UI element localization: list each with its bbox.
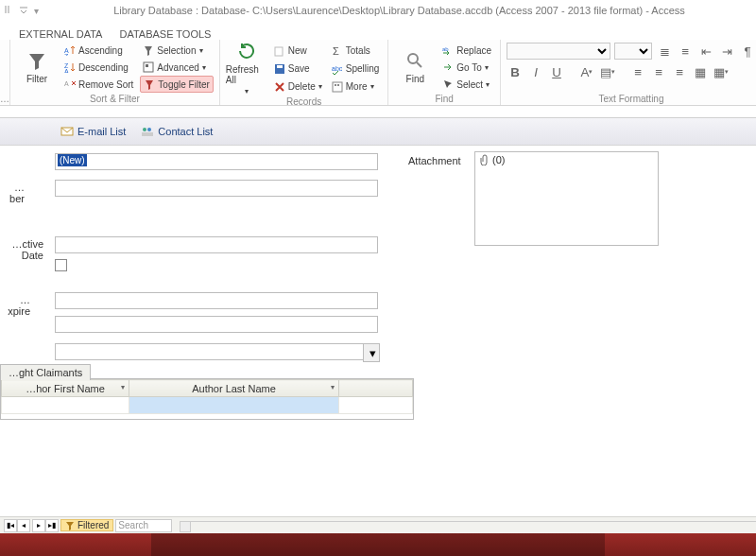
nav-prev-button[interactable]: ◂ [17, 519, 30, 532]
new-record[interactable]: New [271, 43, 325, 60]
col-blank[interactable] [339, 380, 413, 397]
goto-icon [442, 61, 454, 73]
remove-sort[interactable]: A Remove Sort [61, 76, 136, 93]
svg-rect-9 [277, 65, 283, 68]
chevron-down-icon[interactable]: ▾ [121, 383, 125, 391]
group-records: Refresh All▾ New Save Delete▾ Σ [220, 40, 389, 105]
svg-rect-7 [275, 47, 283, 56]
toggle-filter-icon [144, 78, 155, 90]
svg-rect-14 [337, 84, 339, 86]
font-size-select[interactable] [614, 43, 652, 60]
bullets-button[interactable]: ≣ [656, 43, 673, 60]
align-right-button[interactable]: ≡ [671, 63, 688, 80]
ribbon: … Filter AZ Ascending ZA Descending A Re… [0, 40, 756, 106]
form-detail: (New) …ber …ctive Date …xpire ▾ Attachme… [0, 146, 756, 505]
refresh-all-button[interactable]: Refresh All▾ [226, 42, 267, 96]
svg-point-18 [143, 128, 146, 131]
qat-separator-icon [4, 5, 13, 16]
combo-dropdown-button[interactable]: ▾ [363, 343, 380, 362]
email-list-link[interactable]: E-mail List [60, 126, 126, 137]
expire-field[interactable] [55, 292, 378, 309]
more-icon [332, 81, 343, 93]
subform-tab[interactable]: …ght Claimants [0, 364, 91, 380]
sort-desc-icon: ZA [64, 61, 76, 73]
numbering-button[interactable]: ≡ [677, 43, 694, 60]
select[interactable]: Select▾ [439, 76, 494, 93]
spelling[interactable]: abc Spelling [329, 61, 383, 78]
combo-input[interactable] [55, 343, 363, 360]
svg-text:Z: Z [64, 53, 69, 56]
checkbox-field[interactable] [55, 259, 67, 271]
font-color-button[interactable]: A▾ [578, 63, 595, 80]
toggle-filter[interactable]: Toggle Filter [140, 76, 213, 93]
contact-list-link[interactable]: Contact List [141, 126, 213, 137]
more-records[interactable]: More▾ [329, 78, 383, 96]
group-label-sortfilter: Sort & Filter [16, 93, 214, 105]
svg-point-19 [147, 128, 151, 131]
record-navigator: ▮◂ ◂ ▸ ▸▮ Filtered Search [0, 516, 756, 533]
nav-next-button[interactable]: ▸ [32, 519, 45, 532]
group-text-formatting: ≣ ≡ ⇤ ⇥ ¶ B I U A▾ ▤▾ ≡ ≡ ≡ ▦ ▦▾ Text Fo [501, 40, 756, 105]
svg-text:abc: abc [332, 65, 343, 72]
totals[interactable]: Σ Totals [329, 43, 383, 60]
replace[interactable]: ab Replace [439, 42, 494, 59]
sort-descending[interactable]: ZA Descending [61, 59, 136, 76]
font-family-select[interactable] [507, 43, 610, 60]
subform-datasheet[interactable]: …hor First Name▾ Author Last Name▾ [0, 378, 414, 420]
nav-first-button[interactable]: ▮◂ [4, 519, 17, 532]
chevron-down-icon[interactable]: ▾ [331, 383, 335, 391]
effective-date-field[interactable] [55, 236, 378, 253]
group-find: Find ab Replace Go To▾ Select▾ Find [388, 40, 501, 105]
advanced-dropdown[interactable]: Advanced▾ [140, 59, 213, 76]
alt-row-button[interactable]: ▦▾ [713, 63, 730, 80]
save-record[interactable]: Save [271, 61, 325, 78]
svg-rect-13 [335, 84, 336, 86]
qat-dropdown-icon[interactable] [19, 5, 28, 16]
italic-button[interactable]: I [527, 63, 544, 80]
selection-icon [143, 44, 154, 56]
attachment-box[interactable]: (0) [474, 151, 659, 246]
effective-date-label: …ctive Date [0, 238, 47, 261]
find-button[interactable]: Find [394, 42, 436, 93]
number-field[interactable] [55, 180, 378, 197]
indent-right-button[interactable]: ⇥ [718, 43, 735, 60]
filtered-indicator[interactable]: Filtered [60, 519, 113, 531]
group-label-find: Find [394, 93, 494, 105]
filter-button[interactable]: Filter [16, 42, 58, 93]
email-icon [60, 126, 74, 137]
advanced-icon [143, 61, 154, 73]
bold-button[interactable]: B [507, 63, 524, 80]
nav-last-button[interactable]: ▸▮ [45, 519, 59, 532]
filter-icon [27, 51, 46, 72]
sort-asc-icon: AZ [64, 44, 76, 56]
svg-text:Σ: Σ [333, 45, 339, 57]
gridlines-button[interactable]: ▦ [692, 63, 709, 80]
indent-left-button[interactable]: ⇤ [697, 43, 714, 60]
table-row[interactable] [2, 397, 413, 414]
combo-field[interactable]: ▾ [55, 343, 380, 362]
horizontal-scrollbar[interactable] [180, 521, 756, 530]
ltr-button[interactable]: ¶ [739, 43, 756, 60]
new-record-tag: (New) [58, 154, 87, 166]
align-left-button[interactable]: ≡ [629, 63, 646, 80]
delete-record[interactable]: Delete▾ [271, 78, 325, 96]
highlight-button[interactable]: ▤▾ [599, 63, 616, 80]
sort-ascending[interactable]: AZ Ascending [61, 42, 136, 59]
tab-database-tools[interactable]: DATABASE TOOLS [119, 28, 211, 40]
tab-external-data[interactable]: EXTERNAL DATA [19, 28, 102, 40]
field-extra[interactable] [55, 316, 378, 333]
svg-rect-6 [146, 64, 148, 67]
spelling-icon: abc [332, 63, 343, 75]
goto[interactable]: Go To▾ [439, 59, 494, 76]
totals-icon: Σ [332, 45, 343, 57]
col-author-last[interactable]: Author Last Name▾ [129, 380, 339, 397]
col-author-first[interactable]: …hor First Name▾ [2, 380, 129, 397]
svg-text:ab: ab [442, 46, 449, 52]
id-field[interactable]: (New) [55, 153, 378, 170]
record-search-box[interactable]: Search [115, 519, 172, 532]
qat-overflow[interactable]: ▾ [34, 6, 39, 16]
attachment-label: Attachment [408, 155, 461, 166]
underline-button[interactable]: U [548, 63, 565, 80]
selection-dropdown[interactable]: Selection▾ [140, 42, 213, 59]
align-center-button[interactable]: ≡ [650, 63, 667, 80]
